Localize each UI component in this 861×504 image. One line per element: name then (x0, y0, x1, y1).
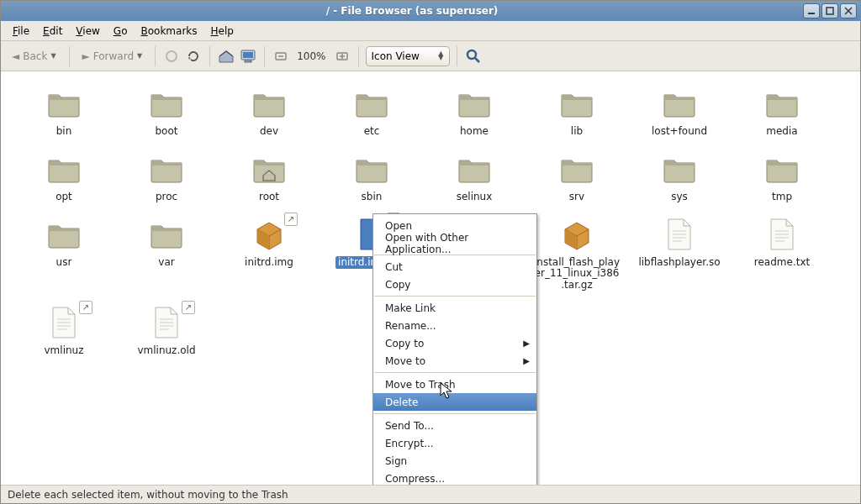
file-item[interactable]: media (731, 78, 833, 139)
file-label: root (256, 191, 282, 204)
context-menu: Open Open with Other Application... Cut … (372, 213, 537, 485)
file-view[interactable]: bin boot dev etc home lib lost+found (1, 71, 860, 485)
menu-help[interactable]: Help (204, 23, 240, 39)
file-item[interactable]: etc (320, 78, 423, 139)
zoom-level: 100% (293, 50, 329, 62)
file-item[interactable]: sbin (320, 144, 423, 204)
back-button[interactable]: ◄ Back ▼ (6, 45, 62, 68)
svg-rect-6 (243, 52, 253, 58)
file-item[interactable]: ↗initrd.img (218, 209, 320, 292)
file-label: vmlinuz (42, 344, 87, 358)
folder-icon (762, 83, 802, 123)
file-item[interactable]: root (218, 144, 320, 204)
cm-sign[interactable]: Sign (373, 452, 536, 470)
cm-copy-to[interactable]: Copy to▶ (373, 334, 536, 352)
file-label: srv (567, 191, 587, 204)
file-item[interactable]: ↗vmlinuz (13, 297, 115, 358)
cm-make-link[interactable]: Make Link (373, 299, 536, 317)
file-item[interactable]: lib (526, 78, 628, 139)
submenu-arrow-icon: ▶ (523, 339, 530, 348)
svg-rect-7 (245, 60, 251, 62)
text-icon (762, 214, 802, 255)
cm-compress[interactable]: Compress... (373, 470, 536, 485)
menu-go[interactable]: Go (107, 23, 135, 39)
symlink-emblem-icon: ↗ (182, 301, 195, 314)
minimize-button[interactable] (803, 3, 820, 18)
titlebar[interactable]: / - File Browser (as superuser) (1, 1, 860, 21)
file-item[interactable]: proc (115, 144, 218, 204)
stop-button[interactable] (162, 47, 181, 66)
file-item[interactable]: readme.txt (731, 209, 833, 292)
file-item[interactable]: home (423, 78, 526, 139)
cm-encrypt[interactable]: Encrypt... (373, 434, 536, 452)
forward-button[interactable]: ► Forward ▼ (77, 45, 149, 68)
file-item[interactable]: install_flash_player_11_linux_i386.tar.g… (526, 209, 628, 292)
cm-send-to[interactable]: Send To... (373, 417, 536, 434)
file-item[interactable]: tmp (731, 144, 833, 204)
cm-open-with[interactable]: Open with Other Application... (373, 234, 536, 252)
cm-move-to-trash[interactable]: Move to Trash (373, 375, 536, 393)
file-label: sbin (359, 191, 385, 204)
file-label: bin (54, 125, 75, 139)
folder-icon (659, 149, 700, 189)
dropdown-icon: ▲▼ (438, 52, 443, 60)
menu-bookmarks[interactable]: Bookmarks (134, 23, 203, 39)
file-item[interactable]: libflashplayer.so (628, 209, 731, 292)
file-label: opt (53, 191, 75, 204)
computer-button[interactable] (239, 47, 257, 66)
text-icon: ↗ (146, 302, 187, 343)
reload-button[interactable] (184, 47, 203, 66)
window-controls (803, 3, 857, 18)
file-item[interactable]: var (115, 209, 218, 292)
folder-icon (351, 149, 392, 189)
file-label: media (763, 125, 800, 139)
folder-icon (762, 149, 802, 189)
search-button[interactable] (464, 47, 483, 66)
folder-icon (659, 83, 700, 123)
toolbar: ◄ Back ▼ ► Forward ▼ 100% Icon View ▲▼ (1, 41, 860, 71)
menu-edit[interactable]: Edit (36, 23, 69, 39)
folder-icon (44, 149, 84, 189)
file-label: boot (152, 125, 180, 139)
file-label: lost+found (649, 125, 710, 139)
folder-icon (454, 149, 494, 189)
file-item[interactable]: lost+found (628, 78, 731, 139)
file-label: tmp (769, 191, 795, 204)
cm-rename[interactable]: Rename... (373, 317, 536, 334)
menu-view[interactable]: View (69, 23, 106, 39)
file-item[interactable]: srv (526, 144, 628, 204)
close-button[interactable] (840, 3, 857, 18)
file-label: install_flash_player_11_linux_i386.tar.g… (531, 256, 623, 292)
menu-file[interactable]: File (6, 23, 36, 39)
cm-copy[interactable]: Copy (373, 276, 536, 293)
svg-point-13 (467, 50, 476, 59)
file-item[interactable]: selinux (423, 144, 526, 204)
chevron-down-icon: ▼ (50, 52, 55, 60)
home-button[interactable] (217, 47, 235, 66)
file-label: usr (54, 256, 75, 270)
folder-icon (146, 149, 187, 189)
file-item[interactable]: sys (628, 144, 731, 204)
file-item[interactable]: dev (218, 78, 320, 139)
view-mode-select[interactable]: Icon View ▲▼ (366, 46, 450, 66)
forward-arrow-icon: ► (82, 50, 90, 62)
file-item[interactable]: bin (13, 78, 115, 139)
view-mode-label: Icon View (372, 50, 420, 62)
file-label: home (457, 125, 491, 139)
cm-delete[interactable]: Delete (373, 393, 536, 411)
file-label: libflashplayer.so (636, 256, 722, 270)
maximize-button[interactable] (821, 3, 838, 18)
zoom-in-button[interactable] (333, 47, 351, 66)
file-label: sys (668, 191, 690, 204)
zoom-out-button[interactable] (272, 47, 290, 66)
file-label: etc (362, 125, 383, 139)
file-item[interactable]: boot (115, 78, 218, 139)
file-item[interactable]: ↗vmlinuz.old (115, 297, 218, 358)
folder-icon (44, 83, 84, 123)
window-title: / - File Browser (as superuser) (21, 5, 803, 17)
cm-move-to[interactable]: Move to▶ (373, 352, 536, 370)
folder-icon (557, 149, 597, 189)
cm-cut[interactable]: Cut (373, 258, 536, 276)
file-item[interactable]: usr (13, 209, 115, 292)
file-item[interactable]: opt (13, 144, 115, 204)
